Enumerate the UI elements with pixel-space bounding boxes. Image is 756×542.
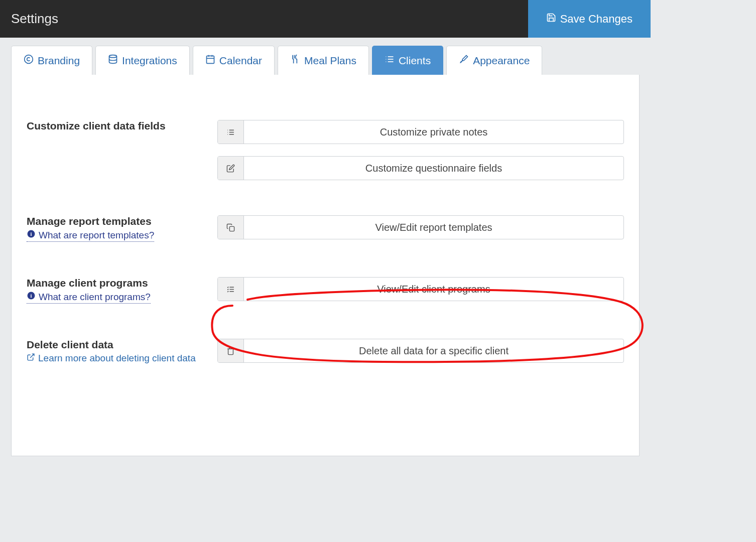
- calendar-icon: [205, 54, 215, 67]
- tab-clients[interactable]: Clients: [372, 46, 443, 75]
- svg-point-1: [109, 55, 117, 58]
- settings-panel: Customize client data fields Customize p…: [11, 75, 640, 456]
- tabs-bar: Branding Integrations Calendar Meal Plan…: [0, 38, 651, 75]
- annotation-circle: [12, 75, 662, 538]
- tab-label: Branding: [38, 55, 80, 67]
- paintbrush-icon: [459, 54, 469, 67]
- tab-branding[interactable]: Branding: [11, 46, 92, 75]
- topbar: Settings Save Changes: [0, 0, 651, 38]
- svg-rect-2: [206, 56, 214, 63]
- tab-label: Calendar: [219, 55, 262, 67]
- save-button-label: Save Changes: [560, 13, 633, 26]
- tab-label: Meal Plans: [304, 55, 356, 67]
- list-icon: [385, 54, 395, 67]
- utensils-icon: [290, 54, 300, 67]
- tab-label: Integrations: [122, 55, 177, 67]
- save-changes-button[interactable]: Save Changes: [528, 0, 651, 38]
- tab-label: Clients: [399, 55, 431, 67]
- tab-mealplans[interactable]: Meal Plans: [278, 46, 369, 75]
- save-icon: [546, 13, 556, 26]
- page-title: Settings: [11, 11, 58, 27]
- tab-appearance[interactable]: Appearance: [446, 46, 542, 75]
- copyright-icon: [24, 54, 34, 67]
- tab-label: Appearance: [473, 55, 530, 67]
- tab-calendar[interactable]: Calendar: [193, 46, 275, 75]
- svg-point-0: [25, 55, 33, 64]
- database-icon: [108, 54, 118, 67]
- tab-integrations[interactable]: Integrations: [95, 46, 190, 75]
